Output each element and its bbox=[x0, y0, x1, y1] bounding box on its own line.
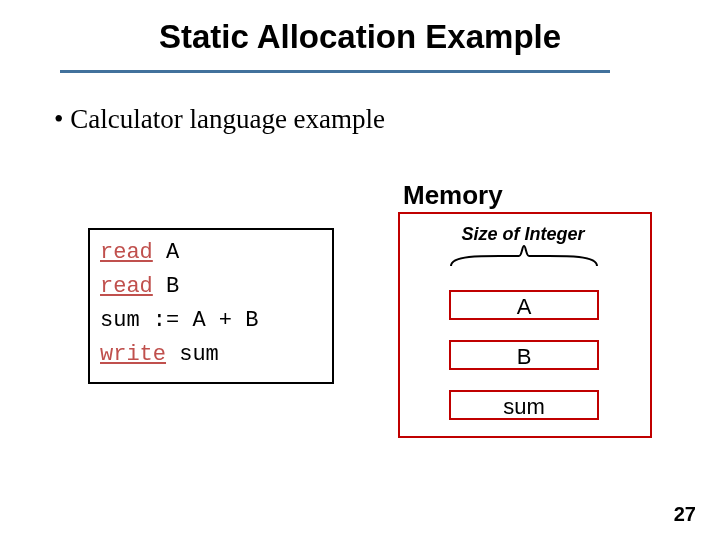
code-block: read A read B sum := A + B write sum bbox=[88, 228, 334, 384]
keyword-read: read bbox=[100, 240, 153, 265]
brace-icon bbox=[449, 244, 599, 268]
title-rule bbox=[60, 70, 610, 73]
memory-heading: Memory bbox=[403, 180, 503, 211]
code-arg: sum bbox=[166, 342, 219, 367]
code-line-4: write sum bbox=[100, 338, 322, 372]
code-line-2: read B bbox=[100, 270, 322, 304]
slide: Static Allocation Example • Calculator l… bbox=[0, 0, 720, 540]
code-line-1: read A bbox=[100, 236, 322, 270]
memory-cell-b: B bbox=[449, 340, 599, 370]
memory-cell-sum: sum bbox=[449, 390, 599, 420]
code-arg: B bbox=[153, 274, 179, 299]
page-title: Static Allocation Example bbox=[0, 18, 720, 56]
memory-cell-a: A bbox=[449, 290, 599, 320]
keyword-read: read bbox=[100, 274, 153, 299]
bullet-text: • Calculator language example bbox=[54, 104, 385, 135]
code-line-3: sum := A + B bbox=[100, 304, 322, 338]
size-of-integer-label: Size of Integer bbox=[398, 224, 648, 245]
page-number: 27 bbox=[674, 503, 696, 526]
keyword-write: write bbox=[100, 342, 166, 367]
code-arg: A bbox=[153, 240, 179, 265]
